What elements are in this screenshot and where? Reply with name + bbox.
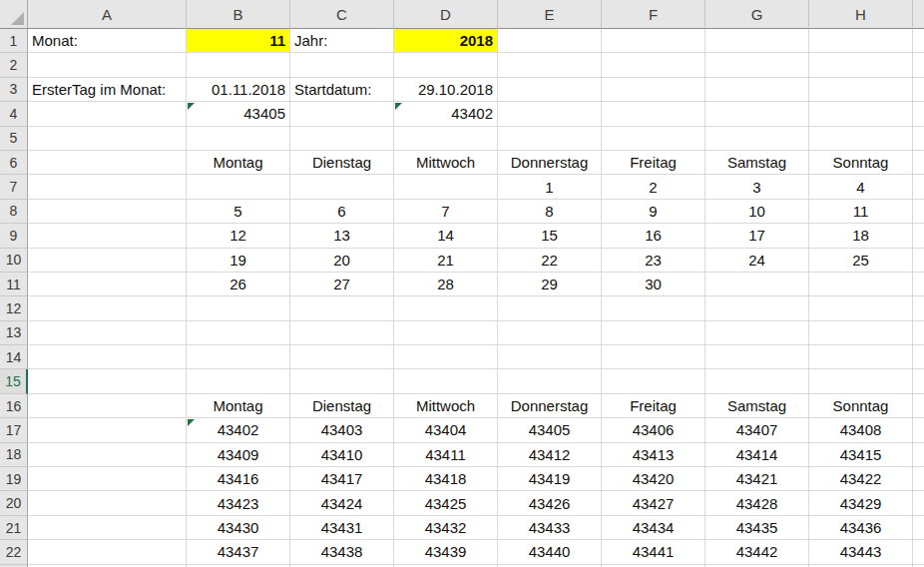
cell-H10[interactable]: 25 — [809, 249, 913, 273]
column-header-partial[interactable] — [913, 0, 924, 29]
row-header-6[interactable]: 6 — [0, 151, 28, 175]
cell-E8[interactable]: 8 — [498, 200, 602, 224]
cell-E18[interactable]: 43412 — [498, 443, 602, 467]
cell-E5[interactable] — [498, 127, 602, 151]
cell-G6[interactable]: Samstag — [705, 151, 809, 175]
cell-C7[interactable] — [290, 175, 394, 199]
cell-B8[interactable]: 5 — [187, 200, 290, 224]
cell-D20[interactable]: 43425 — [394, 491, 498, 515]
cell-partial-18[interactable] — [913, 443, 924, 467]
cell-C19[interactable]: 43417 — [290, 467, 394, 491]
column-header-G[interactable]: G — [705, 0, 809, 29]
cell-D16[interactable]: Mittwoch — [394, 394, 498, 418]
cell-G19[interactable]: 43421 — [705, 467, 809, 491]
cell-D18[interactable]: 43411 — [394, 443, 498, 467]
row-header-8[interactable]: 8 — [0, 200, 28, 224]
cell-H21[interactable]: 43436 — [809, 516, 913, 540]
cell-B18[interactable]: 43409 — [187, 443, 290, 467]
cell-partial-7[interactable] — [913, 175, 924, 199]
cell-A6[interactable] — [28, 151, 187, 175]
select-all-corner[interactable] — [0, 0, 28, 29]
cell-E21[interactable]: 43433 — [498, 516, 602, 540]
cell-G2[interactable] — [705, 53, 809, 77]
cell-partial-16[interactable] — [913, 394, 924, 418]
cell-G8[interactable]: 10 — [705, 200, 809, 224]
cell-E4[interactable] — [498, 102, 602, 126]
cell-E6[interactable]: Donnerstag — [498, 151, 602, 175]
cell-E11[interactable]: 29 — [498, 273, 602, 296]
cell-H18[interactable]: 43415 — [809, 443, 913, 467]
cell-F21[interactable]: 43434 — [602, 516, 705, 540]
cell-F14[interactable] — [602, 345, 705, 369]
cell-F6[interactable]: Freitag — [602, 151, 705, 175]
cell-D22[interactable]: 43439 — [394, 540, 498, 564]
cell-C10[interactable]: 20 — [290, 249, 394, 273]
cell-F11[interactable]: 30 — [602, 273, 705, 296]
cell-F10[interactable]: 23 — [602, 249, 705, 273]
cell-G21[interactable]: 43435 — [705, 516, 809, 540]
column-header-A[interactable]: A — [28, 0, 187, 29]
cell-D7[interactable] — [394, 175, 498, 199]
row-header-13[interactable]: 13 — [0, 321, 28, 345]
cell-A10[interactable] — [28, 249, 187, 273]
cell-H11[interactable] — [809, 273, 913, 296]
cell-partial-9[interactable] — [913, 224, 924, 248]
cell-B14[interactable] — [187, 345, 290, 369]
cell-B7[interactable] — [187, 175, 290, 199]
cell-B21[interactable]: 43430 — [187, 516, 290, 540]
cell-E20[interactable]: 43426 — [498, 491, 602, 515]
cell-B10[interactable]: 19 — [187, 249, 290, 273]
cell-partial-1[interactable] — [913, 29, 924, 53]
row-header-11[interactable]: 11 — [0, 273, 28, 296]
cell-G7[interactable]: 3 — [705, 175, 809, 199]
cell-C21[interactable]: 43431 — [290, 516, 394, 540]
cell-C18[interactable]: 43410 — [290, 443, 394, 467]
row-header-5[interactable]: 5 — [0, 127, 28, 151]
cell-H2[interactable] — [809, 53, 913, 77]
cell-A1[interactable]: Monat: — [28, 29, 187, 53]
cell-F2[interactable] — [602, 53, 705, 77]
cell-E16[interactable]: Donnerstag — [498, 394, 602, 418]
cell-A8[interactable] — [28, 200, 187, 224]
cell-B3[interactable]: 01.11.2018 — [187, 78, 290, 102]
cell-G10[interactable]: 24 — [705, 249, 809, 273]
cell-H20[interactable]: 43429 — [809, 491, 913, 515]
cell-D5[interactable] — [394, 127, 498, 151]
cell-partial-2[interactable] — [913, 53, 924, 77]
cell-H15[interactable] — [809, 369, 913, 393]
row-header-20[interactable]: 20 — [0, 491, 28, 515]
cell-partial-11[interactable] — [913, 273, 924, 296]
cell-B4[interactable]: 43405 — [187, 102, 290, 126]
cell-F1[interactable] — [602, 29, 705, 53]
cell-partial-21[interactable] — [913, 516, 924, 540]
column-header-B[interactable]: B — [187, 0, 290, 29]
cell-A17[interactable] — [28, 418, 187, 442]
cell-C5[interactable] — [290, 127, 394, 151]
cell-H1[interactable] — [809, 29, 913, 53]
cell-B17[interactable]: 43402 — [187, 418, 290, 442]
cell-D17[interactable]: 43404 — [394, 418, 498, 442]
cell-G14[interactable] — [705, 345, 809, 369]
cell-E12[interactable] — [498, 296, 602, 320]
cell-C6[interactable]: Dienstag — [290, 151, 394, 175]
row-header-16[interactable]: 16 — [0, 394, 28, 418]
cell-E3[interactable] — [498, 78, 602, 102]
cell-C20[interactable]: 43424 — [290, 491, 394, 515]
cell-partial-10[interactable] — [913, 249, 924, 273]
cell-C12[interactable] — [290, 296, 394, 320]
cell-E15[interactable] — [498, 369, 602, 393]
cell-C1[interactable]: Jahr: — [290, 29, 394, 53]
cell-partial-4[interactable] — [913, 102, 924, 126]
cell-D2[interactable] — [394, 53, 498, 77]
cell-F5[interactable] — [602, 127, 705, 151]
cell-H3[interactable] — [809, 78, 913, 102]
cell-C11[interactable]: 27 — [290, 273, 394, 296]
cell-F19[interactable]: 43420 — [602, 467, 705, 491]
row-header-1[interactable]: 1 — [0, 29, 28, 53]
cell-F20[interactable]: 43427 — [602, 491, 705, 515]
row-header-19[interactable]: 19 — [0, 467, 28, 491]
cell-A11[interactable] — [28, 273, 187, 296]
row-header-22[interactable]: 22 — [0, 540, 28, 564]
column-header-H[interactable]: H — [809, 0, 913, 29]
cell-H17[interactable]: 43408 — [809, 418, 913, 442]
